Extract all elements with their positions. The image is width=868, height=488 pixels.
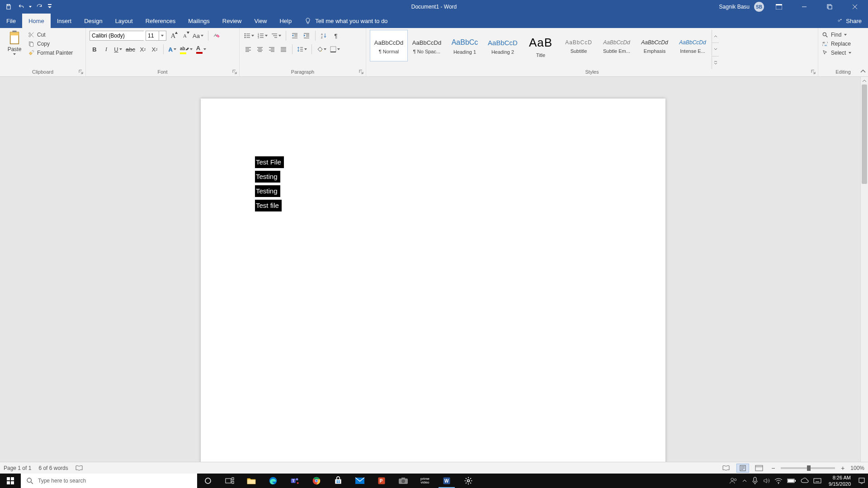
tab-references[interactable]: References bbox=[139, 14, 182, 28]
borders-button[interactable] bbox=[329, 44, 341, 54]
style-emphasis[interactable]: AaBbCcDdEmphasis bbox=[636, 30, 674, 61]
teams-taskbar[interactable]: T bbox=[284, 474, 306, 488]
underline-button[interactable]: U bbox=[113, 44, 123, 54]
tab-help[interactable]: Help bbox=[273, 14, 298, 28]
microphone-icon[interactable] bbox=[752, 477, 758, 485]
mail-taskbar[interactable] bbox=[349, 474, 371, 488]
gallery-up[interactable] bbox=[712, 30, 719, 43]
settings-taskbar[interactable] bbox=[458, 474, 479, 488]
taskbar-search[interactable]: Type here to search bbox=[21, 474, 197, 488]
zoom-slider[interactable] bbox=[781, 467, 835, 469]
line-spacing-button[interactable] bbox=[296, 44, 308, 54]
document-area[interactable]: Test FileTestingTestingTest file bbox=[0, 77, 868, 474]
zoom-out-button[interactable]: − bbox=[769, 465, 777, 472]
battery-icon[interactable] bbox=[787, 478, 796, 483]
italic-button[interactable]: I bbox=[101, 44, 111, 54]
status-page[interactable]: Page 1 of 1 bbox=[4, 465, 31, 471]
read-mode-button[interactable] bbox=[720, 464, 733, 473]
file-explorer-taskbar[interactable] bbox=[241, 474, 262, 488]
multilevel-list-button[interactable] bbox=[270, 31, 282, 41]
clear-formatting-button[interactable]: A bbox=[212, 31, 222, 41]
decrease-indent-button[interactable] bbox=[290, 31, 300, 41]
font-size-input[interactable] bbox=[146, 31, 159, 40]
start-button[interactable] bbox=[0, 474, 21, 488]
align-right-button[interactable] bbox=[267, 44, 277, 54]
paragraph-dialog-launcher[interactable] bbox=[359, 69, 365, 75]
shrink-font-button[interactable]: A bbox=[180, 31, 190, 41]
text-effects-button[interactable]: A bbox=[167, 44, 177, 54]
clipboard-dialog-launcher[interactable] bbox=[78, 69, 85, 75]
zoom-level[interactable]: 100% bbox=[850, 465, 864, 471]
tab-mailings[interactable]: Mailings bbox=[182, 14, 216, 28]
style-intense-e-[interactable]: AaBbCcDdIntense E... bbox=[674, 30, 712, 61]
gallery-more[interactable] bbox=[712, 56, 719, 69]
tab-insert[interactable]: Insert bbox=[51, 14, 78, 28]
strikethrough-button[interactable]: abc bbox=[125, 44, 136, 54]
style-subtitle[interactable]: AaBbCcDSubtitle bbox=[560, 30, 598, 61]
subscript-button[interactable]: X2 bbox=[138, 44, 148, 54]
ribbon-display-options[interactable] bbox=[769, 0, 789, 14]
justify-button[interactable] bbox=[278, 44, 288, 54]
font-color-button[interactable]: A bbox=[195, 44, 207, 54]
qat-undo[interactable] bbox=[16, 2, 26, 12]
undo-dropdown[interactable] bbox=[29, 6, 32, 8]
maximize-button[interactable] bbox=[819, 0, 840, 14]
increase-indent-button[interactable] bbox=[302, 31, 311, 41]
task-view-button[interactable] bbox=[219, 474, 241, 488]
vertical-scrollbar[interactable] bbox=[860, 77, 868, 474]
bullets-button[interactable] bbox=[243, 31, 255, 41]
align-center-button[interactable] bbox=[255, 44, 265, 54]
style--no-spac-[interactable]: AaBbCcDd¶ No Spac... bbox=[408, 30, 446, 61]
change-case-button[interactable]: Aa bbox=[192, 31, 204, 41]
style-title[interactable]: AaBTitle bbox=[522, 30, 560, 61]
qat-redo[interactable] bbox=[34, 2, 44, 12]
select-button[interactable]: Select bbox=[822, 50, 851, 56]
cortana-button[interactable] bbox=[197, 474, 219, 488]
tab-file[interactable]: File bbox=[0, 14, 22, 28]
status-words[interactable]: 6 of 6 words bbox=[38, 465, 68, 471]
prime-video-taskbar[interactable]: primevideo bbox=[414, 474, 436, 488]
style-subtle-em-[interactable]: AaBbCcDdSubtle Em... bbox=[598, 30, 636, 61]
edge-taskbar[interactable] bbox=[262, 474, 284, 488]
cut-button[interactable]: Cut bbox=[28, 32, 73, 38]
clock[interactable]: 8:26 AM9/15/2020 bbox=[826, 474, 854, 487]
style--normal[interactable]: AaBbCcDd¶ Normal bbox=[370, 30, 408, 61]
tab-review[interactable]: Review bbox=[216, 14, 248, 28]
store-taskbar[interactable] bbox=[327, 474, 349, 488]
page-content[interactable]: Test FileTestingTestingTest file bbox=[201, 99, 665, 272]
volume-icon[interactable] bbox=[763, 477, 770, 484]
copy-button[interactable]: Copy bbox=[28, 41, 73, 47]
onedrive-icon[interactable] bbox=[801, 478, 809, 484]
numbering-button[interactable]: 123 bbox=[257, 31, 269, 41]
qat-customize[interactable] bbox=[47, 2, 52, 12]
shading-button[interactable] bbox=[316, 44, 327, 54]
tray-expand-icon[interactable] bbox=[742, 478, 747, 483]
sort-button[interactable]: AZ bbox=[319, 31, 329, 41]
font-name-combo[interactable] bbox=[90, 31, 144, 41]
wifi-icon[interactable] bbox=[774, 478, 783, 484]
close-button[interactable] bbox=[844, 0, 865, 14]
format-painter-button[interactable]: Format Painter bbox=[28, 50, 73, 56]
collapse-ribbon-button[interactable] bbox=[860, 68, 866, 75]
document-line[interactable]: Testing bbox=[255, 185, 611, 200]
style-heading-2[interactable]: AaBbCcDHeading 2 bbox=[484, 30, 522, 61]
styles-dialog-launcher[interactable] bbox=[811, 69, 817, 75]
bold-button[interactable]: B bbox=[90, 44, 99, 54]
tab-design[interactable]: Design bbox=[78, 14, 108, 28]
show-paragraph-marks-button[interactable]: ¶ bbox=[331, 31, 341, 41]
share-button[interactable]: Share bbox=[830, 14, 868, 28]
highlight-button[interactable]: ab bbox=[179, 44, 193, 54]
font-size-combo[interactable] bbox=[146, 31, 166, 41]
spellcheck-button[interactable] bbox=[75, 465, 84, 471]
print-layout-button[interactable] bbox=[736, 464, 749, 473]
web-layout-button[interactable] bbox=[753, 464, 765, 473]
align-left-button[interactable] bbox=[243, 44, 253, 54]
document-line[interactable]: Test file bbox=[255, 200, 611, 214]
find-button[interactable]: Find bbox=[822, 32, 851, 38]
paste-dropdown[interactable] bbox=[13, 53, 16, 55]
scroll-thumb[interactable] bbox=[862, 84, 867, 184]
keyboard-icon[interactable] bbox=[813, 478, 821, 483]
powerpoint-taskbar[interactable]: P bbox=[371, 474, 392, 488]
avatar[interactable]: SB bbox=[754, 2, 764, 12]
people-icon[interactable] bbox=[729, 477, 737, 485]
